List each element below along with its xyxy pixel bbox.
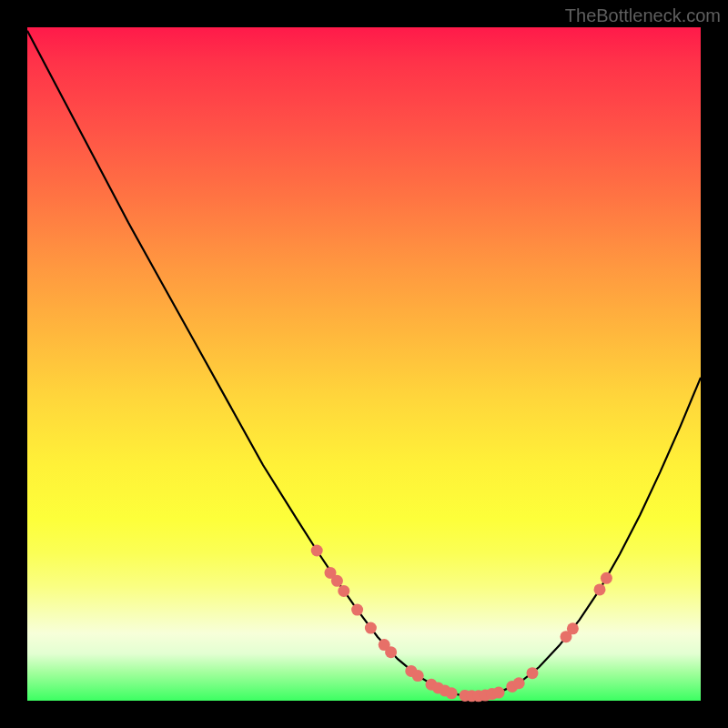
curve-dot — [594, 583, 606, 595]
curve-dot — [385, 646, 397, 658]
curve-dot — [331, 575, 343, 587]
curve-dot — [567, 622, 579, 634]
curve-dot — [601, 572, 612, 584]
watermark-text: TheBottleneck.com — [565, 5, 721, 26]
curve-dot — [446, 687, 458, 699]
curve-dot — [365, 622, 377, 634]
curve-dot — [351, 604, 363, 616]
curve-dot — [412, 670, 424, 682]
curve-dot — [513, 677, 525, 689]
bottleneck-curve — [27, 27, 701, 701]
curve-path — [27, 31, 701, 696]
curve-dot — [311, 544, 323, 556]
curve-dot — [338, 585, 349, 597]
curve-dot — [493, 687, 505, 699]
curve-dot — [527, 667, 539, 679]
curve-dots — [311, 544, 612, 702]
